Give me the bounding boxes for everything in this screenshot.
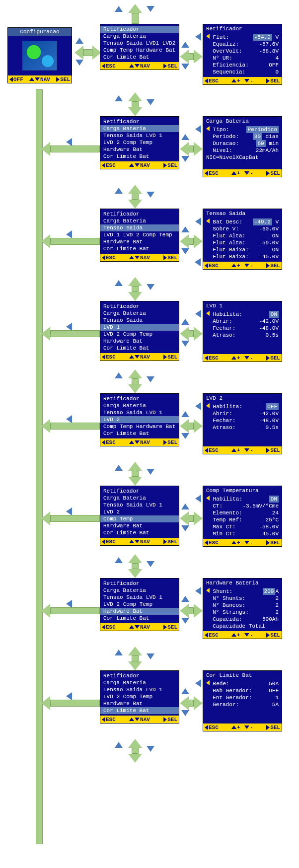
detail-panel-hwbat: Hardware Bateria Shunt:200A N° Shunts:2 …: [203, 578, 282, 639]
menu-item-lvd2[interactable]: LVD 2: [100, 416, 179, 423]
detail-panel-lvd2: LVD 2 Habilita:OFF Abrir:-42.0V Fechar:-…: [203, 393, 282, 454]
menu-item-lvd1[interactable]: LVD 1: [100, 324, 179, 331]
nav-down-icon: [147, 6, 154, 12]
menu-panel-carga[interactable]: Retificador Carga Bateria Tensao Saida L…: [100, 116, 179, 169]
menu-item-corlim[interactable]: Cor Limite Bat: [100, 707, 179, 714]
arrow-up-icon: [128, 4, 142, 13]
menu-footer: ESC NAV SEL: [100, 62, 179, 70]
nav-up-icon: [115, 6, 123, 12]
menu-panel-corlim[interactable]: Retificador Carga Bateria Tensao Saida L…: [100, 670, 179, 723]
detail-panel-lvd1: LVD 1 Habilita:ON Abrir:-42.0V Fechar:-4…: [203, 301, 282, 362]
menu-panel-lvd1[interactable]: Retificador Carga Bateria Tensao Saida L…: [100, 301, 179, 361]
menu-item-retificador[interactable]: Retificador: [100, 26, 179, 33]
config-panel: Configuracao OFF NAV SEL: [7, 27, 72, 83]
gears-icon: [22, 41, 57, 71]
vertical-connector: [36, 89, 43, 844]
detail-panel-corlim: Cor Limite Bat Rede:50A Hab Gerador:OFF …: [203, 670, 282, 731]
menu-panel-comptemp[interactable]: Retificador Carga Bateria Tensao Saida L…: [100, 486, 179, 546]
detail-panel-carga: Carga Bateria Tipo:Periodico Periodo:30 …: [203, 116, 282, 177]
menu-item-comptemp[interactable]: Comp Temp: [100, 515, 179, 522]
menu-panel-hwbat[interactable]: Retificador Carga Bateria Tensao Saida L…: [100, 578, 179, 631]
detail-panel-tensao: Tensao Saida Bat Desc:-49.2 V Sobre V:-6…: [203, 209, 282, 270]
detail-panel-comptemp: Comp Temperatura Habilita:ON CT:-3.5mV/°…: [203, 486, 282, 547]
menu-item-tensao[interactable]: Tensao Saida: [100, 224, 179, 231]
config-title: Configuracao: [8, 28, 72, 36]
menu-item-carga[interactable]: Carga Bateria: [100, 125, 179, 132]
detail-title: Retificador: [203, 24, 282, 32]
config-footer: OFF NAV SEL: [8, 75, 72, 83]
arrow-left-icon: [75, 46, 83, 60]
menu-item-hwbat[interactable]: Hardware Bat: [100, 608, 179, 615]
detail-panel-retificador: Retificador Flut:-54.0 V Equaliz:-57.6V …: [203, 24, 282, 85]
menu-panel-tensao[interactable]: Retificador Carga Bateria Tensao Saida L…: [100, 209, 179, 262]
menu-panel-retificador[interactable]: Retificador Carga Bateria Tensao Saida L…: [100, 24, 179, 70]
menu-panel-lvd2[interactable]: Retificador Carga Bateria Tensao Saida L…: [100, 393, 179, 446]
detail-footer: ESC + - SEL: [203, 77, 282, 84]
diagram-canvas: Configuracao OFF NAV SEL Retificador Car…: [0, 0, 299, 868]
